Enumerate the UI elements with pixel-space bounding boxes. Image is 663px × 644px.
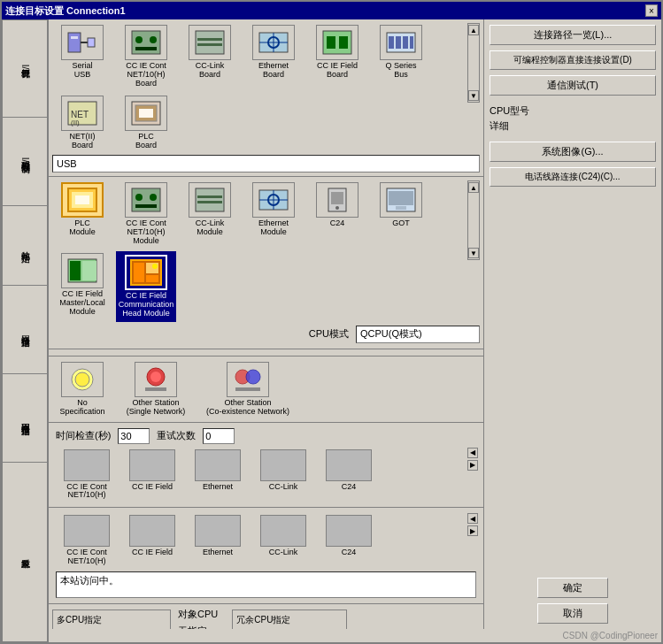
net-ii-board-item[interactable]: NET (II) NET(II)Board <box>52 94 112 152</box>
svg-rect-31 <box>75 196 89 204</box>
target-system-label: 对象系统 <box>2 462 48 642</box>
title-bar: 连接目标设置 Connection1 × <box>2 2 661 19</box>
other-single-item[interactable]: Other Station(Single Network) <box>116 360 196 418</box>
ethernet-board-item[interactable]: EthernetBoard <box>243 23 304 81</box>
retry-input[interactable] <box>203 428 235 444</box>
diff-scroll-right[interactable]: ▶ <box>467 525 478 536</box>
svg-rect-44 <box>331 192 343 204</box>
plc-board-item[interactable]: PLCBoard <box>116 94 176 152</box>
svg-point-63 <box>246 370 260 384</box>
cc-link-module-item[interactable]: CC-LinkModule <box>180 180 240 239</box>
diff-c24-label: C24 <box>342 548 357 557</box>
plc-scroll-up[interactable]: ▲ <box>468 182 479 193</box>
ethernet-module-item[interactable]: EthernetModule <box>243 180 304 239</box>
net-cc-link-item[interactable]: CC-Link <box>252 449 314 501</box>
connection-list-button[interactable]: 连接路径一览(L)... <box>490 25 656 45</box>
no-spec-icon <box>61 362 104 397</box>
direct-connect-button[interactable]: 可编程控制器直接连接设置(D) <box>490 50 656 70</box>
cpu-mode-label: CPU模式 <box>309 327 349 341</box>
cc-ie-field-board-item[interactable]: CC IE FieldBoard <box>307 23 367 81</box>
svg-point-45 <box>335 206 339 210</box>
cancel-button[interactable]: 取消 <box>537 603 608 624</box>
svg-rect-61 <box>145 387 166 391</box>
plc-if-scrollbar[interactable]: ▲ ▼ <box>467 180 480 260</box>
svg-rect-22 <box>410 36 413 49</box>
computer-if-scrollbar[interactable]: ▲ ▼ <box>467 23 480 103</box>
net-scroll-left[interactable]: ◀ <box>467 448 478 458</box>
cc-ie-cont-board-icon <box>125 25 167 60</box>
cc-ie-field-comm-item[interactable]: CC IE FieldCommunicationHead Module <box>116 251 176 322</box>
svg-rect-20 <box>396 36 401 49</box>
svg-point-56 <box>152 264 158 269</box>
serial-usb-label: SerialUSB <box>72 62 92 80</box>
comm-test-button[interactable]: 通信测试(T) <box>490 75 656 96</box>
other-coexist-label: Other Station(Co-existence Network) <box>206 399 289 417</box>
window-title: 连接目标设置 Connection1 <box>5 4 126 18</box>
ok-button[interactable]: 确定 <box>537 578 608 598</box>
diff-cc-ie-field-item[interactable]: CC IE Field <box>121 515 183 566</box>
no-spec-label: No Specification <box>54 399 111 417</box>
plc-module-item[interactable]: PLCModule <box>52 180 112 239</box>
cpu-mode-value: QCPU(Q模式) <box>356 326 480 343</box>
right-panel: SerialUSB <box>48 19 661 642</box>
net-scroll-right[interactable]: ▶ <box>467 460 478 471</box>
diff-network-icons: CC IE ContNET/10(H) CC IE Field Ethernet <box>52 511 466 570</box>
redundant-label: 冗余CPU指定 <box>236 614 343 626</box>
got-item[interactable]: GOT <box>371 180 431 230</box>
plc-if-label: 可编程控 制器侧I/F <box>2 117 48 205</box>
cc-ie-cont-module-item[interactable]: CC IE ContNET/10(H)Module <box>116 180 176 248</box>
phone-line-button[interactable]: 电话线路连接(C24)(C)... <box>490 167 656 187</box>
svg-rect-16 <box>327 36 335 49</box>
scroll-down-arrow[interactable]: ▼ <box>468 90 479 101</box>
serial-usb-icon-item[interactable]: SerialUSB <box>52 23 112 81</box>
time-check-label: 时间检查(秒) <box>56 429 111 442</box>
network-path-label: 网络 通信路径 <box>2 285 48 373</box>
network-scrollbar: ◀ ▶ <box>466 446 480 472</box>
net-cc-ie-cont-item[interactable]: CC IE ContNET/10(H) <box>56 449 118 501</box>
net-ethernet-item[interactable]: Ethernet <box>187 449 249 501</box>
cc-ie-field-master-label: CC IE FieldMaster/LocalModule <box>59 290 105 317</box>
svg-rect-1 <box>71 36 78 39</box>
c24-icon <box>316 182 358 218</box>
cc-ie-field-master-icon <box>61 253 104 288</box>
other-coexist-icon <box>227 362 269 397</box>
diff-cc-ie-cont-label: CC IE ContNET/10(H) <box>66 548 107 566</box>
plc-scroll-down[interactable]: ▼ <box>468 248 479 258</box>
close-button[interactable]: × <box>645 4 658 17</box>
svg-rect-32 <box>132 188 160 211</box>
net-c24-item[interactable]: C24 <box>318 449 380 501</box>
q-series-bus-label: Q SeriesBus <box>385 62 416 80</box>
cc-link-module-icon <box>189 182 231 218</box>
cc-ie-cont-board-item[interactable]: CC IE ContNET/10(H)Board <box>116 23 176 90</box>
scroll-up-arrow[interactable]: ▲ <box>468 25 479 35</box>
time-check-input[interactable] <box>118 428 150 444</box>
q-series-bus-item[interactable]: Q SeriesBus <box>371 23 431 81</box>
cc-link-board-label: CC-LinkBoard <box>196 62 225 80</box>
system-image-button[interactable]: 系统图像(G)... <box>490 142 656 162</box>
ethernet-module-label: EthernetModule <box>258 219 289 237</box>
other-station-section: No Specification <box>49 356 483 423</box>
other-single-label: Other Station(Single Network) <box>127 399 186 417</box>
svg-rect-17 <box>339 36 348 49</box>
svg-rect-51 <box>82 261 96 280</box>
svg-rect-19 <box>389 36 394 49</box>
cc-link-board-item[interactable]: CC-LinkBoard <box>180 23 240 81</box>
net-cc-ie-field-item[interactable]: CC IE Field <box>121 449 183 501</box>
target-cpu-label: 对象CPU <box>178 608 218 621</box>
cc-ie-field-master-item[interactable]: CC IE FieldMaster/LocalModule <box>52 251 112 318</box>
diff-cc-ie-cont-item[interactable]: CC IE ContNET/10(H) <box>56 515 118 566</box>
ethernet-module-icon <box>252 182 295 218</box>
computer-if-section: SerialUSB <box>49 19 483 177</box>
diff-scroll-left[interactable]: ◀ <box>467 513 478 524</box>
svg-rect-36 <box>196 188 224 211</box>
cpu-type-label: CPU型号 <box>490 104 529 118</box>
main-content: 计算机侧 I/F 可编程控 制器侧I/F 其他站 指定 网络 通信路径 不同网络… <box>2 19 661 642</box>
no-spec-item[interactable]: No Specification <box>52 360 112 418</box>
other-coexist-item[interactable]: Other Station(Co-existence Network) <box>199 360 297 418</box>
c24-item[interactable]: C24 <box>307 180 367 230</box>
diff-cc-link-item[interactable]: CC-Link <box>252 515 314 566</box>
diff-c24-item[interactable]: C24 <box>318 515 380 566</box>
svg-rect-55 <box>146 275 158 282</box>
net-cc-ie-field-icon <box>129 449 175 481</box>
diff-ethernet-item[interactable]: Ethernet <box>187 515 249 566</box>
